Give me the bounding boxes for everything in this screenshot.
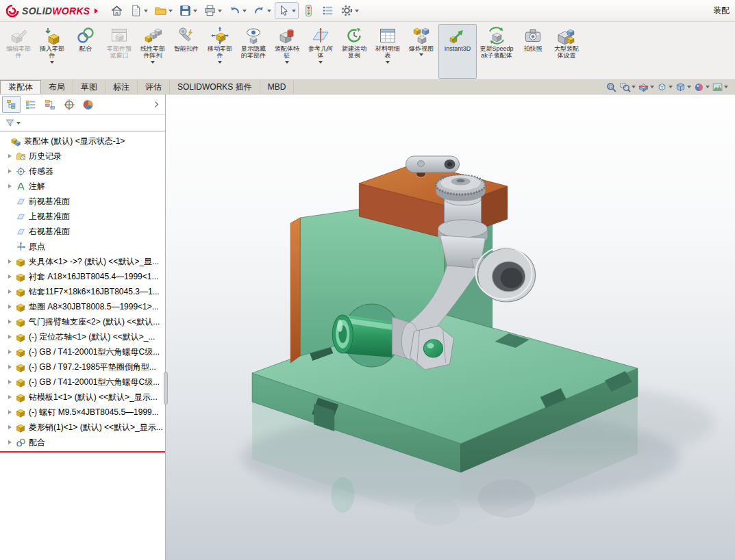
expand-arrow-icon[interactable] bbox=[8, 259, 16, 264]
tree-item[interactable]: (-) GB / T97.2-1985平垫圈倒角型... bbox=[0, 359, 165, 374]
expand-arrow-icon[interactable] bbox=[8, 305, 16, 309]
expand-arrow-icon[interactable] bbox=[8, 290, 16, 294]
expand-arrow-icon[interactable] bbox=[8, 380, 16, 384]
tree-item[interactable]: 右视基准面 bbox=[0, 224, 165, 239]
ribbon-button[interactable]: 参考几何体 bbox=[304, 24, 337, 79]
expand-arrow-icon[interactable] bbox=[8, 320, 16, 324]
dropdown-caret-icon[interactable] bbox=[169, 10, 173, 12]
dropdown-caret-icon[interactable] bbox=[151, 61, 155, 64]
ribbon-button[interactable]: 零部件预览窗口 bbox=[103, 24, 136, 79]
dropdown-caret-icon[interactable] bbox=[706, 86, 710, 88]
tree-item[interactable]: 上视基准面 bbox=[0, 209, 165, 224]
panel-tab[interactable] bbox=[60, 96, 78, 113]
expand-arrow-icon[interactable] bbox=[8, 275, 16, 279]
quick-access-button[interactable] bbox=[108, 2, 126, 19]
dropdown-caret-icon[interactable] bbox=[285, 61, 289, 64]
dropdown-caret-icon[interactable] bbox=[267, 10, 271, 12]
dropdown-caret-icon[interactable] bbox=[50, 61, 54, 64]
quick-access-button[interactable] bbox=[250, 2, 274, 19]
tree-filter-row[interactable] bbox=[0, 115, 165, 131]
ribbon-button[interactable]: 移动零部件 bbox=[203, 24, 236, 79]
command-tab[interactable]: MBD bbox=[260, 80, 295, 94]
view-toolbar-button[interactable] bbox=[638, 81, 654, 93]
quick-access-button[interactable] bbox=[176, 2, 200, 19]
brand-flyout-caret-icon[interactable] bbox=[95, 8, 98, 14]
tree-item[interactable]: 垫圈 A8×30JBT8008.5—1999<1>... bbox=[0, 299, 165, 314]
expand-arrow-icon[interactable] bbox=[8, 410, 16, 414]
view-toolbar-button[interactable] bbox=[693, 81, 710, 93]
dropdown-caret-icon[interactable] bbox=[632, 86, 636, 88]
command-tab[interactable]: 标注 bbox=[105, 80, 138, 94]
tree-item[interactable]: (-) GB / T41-20001型六角螺母C级... bbox=[0, 344, 165, 359]
quick-access-button[interactable] bbox=[275, 2, 299, 19]
tree-item[interactable]: 历史记录 bbox=[0, 149, 165, 164]
tree-item[interactable]: 衬套 A18×16JBT8045.4—1999<1... bbox=[0, 269, 165, 284]
tree-item[interactable]: (-) 螺钉 M9.5×4JBT8045.5—1999... bbox=[0, 405, 165, 420]
dropdown-caret-icon[interactable] bbox=[292, 10, 296, 12]
part-knurled-knob[interactable] bbox=[436, 175, 485, 201]
view-toolbar-button[interactable] bbox=[675, 81, 691, 93]
dropdown-caret-icon[interactable] bbox=[319, 61, 323, 64]
graphics-area[interactable] bbox=[166, 94, 735, 560]
expand-arrow-icon[interactable] bbox=[8, 395, 16, 399]
panel-tab[interactable] bbox=[2, 96, 21, 113]
part-green-bushing[interactable] bbox=[332, 315, 392, 357]
dropdown-caret-icon[interactable] bbox=[386, 61, 390, 64]
expand-arrow-icon[interactable] bbox=[8, 440, 16, 444]
ribbon-button[interactable]: 插入零部件 bbox=[36, 24, 68, 79]
expand-arrow-icon[interactable] bbox=[8, 169, 16, 173]
dropdown-caret-icon[interactable] bbox=[218, 61, 222, 64]
expand-arrow-icon[interactable] bbox=[8, 184, 16, 188]
quick-access-button[interactable] bbox=[225, 2, 249, 19]
tree-item[interactable]: 配合 bbox=[0, 435, 165, 450]
panel-expand-chevron[interactable] bbox=[149, 97, 163, 112]
ribbon-button[interactable]: 拍快照 bbox=[516, 24, 549, 79]
quick-access-button[interactable] bbox=[338, 2, 362, 19]
dropdown-caret-icon[interactable] bbox=[355, 10, 359, 12]
dropdown-caret-icon[interactable] bbox=[724, 86, 728, 88]
ribbon-button[interactable]: 爆炸视图 bbox=[405, 24, 438, 79]
tree-item[interactable]: (-) GB / T41-20001型六角螺母C级... bbox=[0, 374, 165, 390]
view-toolbar-button[interactable] bbox=[712, 81, 728, 93]
tree-item[interactable]: 传感器 bbox=[0, 164, 165, 179]
tree-item[interactable]: 装配体 (默认) <显示状态-1> bbox=[0, 133, 165, 149]
expand-arrow-icon[interactable] bbox=[8, 335, 16, 339]
ribbon-button[interactable]: 智能扣件 bbox=[170, 24, 203, 79]
expand-arrow-icon[interactable] bbox=[8, 425, 16, 429]
ribbon-button[interactable]: 更新Speedpak子装配体 bbox=[477, 24, 516, 79]
quick-access-button[interactable] bbox=[299, 2, 318, 19]
ribbon-button[interactable]: 装配体特征 bbox=[271, 24, 303, 79]
command-tab[interactable]: 装配体 bbox=[0, 80, 41, 94]
tree-item[interactable]: 气门摇臂轴支座<2> (默认) <<默认... bbox=[0, 314, 165, 329]
dropdown-caret-icon[interactable] bbox=[669, 86, 673, 88]
command-tab[interactable]: SOLIDWORKS 插件 bbox=[170, 80, 260, 94]
dropdown-caret-icon[interactable] bbox=[218, 10, 222, 12]
tree-item[interactable]: 夹具体<1> ->? (默认) <<默认>_显... bbox=[0, 254, 165, 269]
ribbon-button[interactable]: 新建运动算例 bbox=[338, 24, 371, 79]
viewport-3d-model[interactable] bbox=[166, 94, 735, 560]
view-toolbar-button[interactable] bbox=[656, 81, 673, 93]
quick-access-button[interactable] bbox=[319, 2, 337, 19]
ribbon-button[interactable]: 大型装配体设置 bbox=[550, 24, 583, 79]
expand-arrow-icon[interactable] bbox=[8, 154, 16, 158]
dropdown-caret-icon[interactable] bbox=[242, 10, 247, 12]
quick-access-button[interactable] bbox=[201, 2, 225, 19]
tree-item[interactable]: 原点 bbox=[0, 239, 165, 254]
ribbon-button[interactable]: 配合 bbox=[69, 24, 102, 79]
expand-arrow-icon[interactable] bbox=[8, 350, 16, 354]
tree-item[interactable]: 前视基准面 bbox=[0, 194, 165, 209]
ribbon-button[interactable]: 材料明细表 bbox=[371, 24, 404, 79]
view-toolbar-button[interactable] bbox=[619, 81, 636, 93]
dropdown-caret-icon[interactable] bbox=[16, 122, 21, 125]
tree-item[interactable]: (-) 定位芯轴<1> (默认) <<默认>_... bbox=[0, 329, 165, 344]
ribbon-button[interactable]: 编辑零部件 bbox=[2, 24, 35, 79]
ribbon-button[interactable]: Instant3D bbox=[438, 24, 477, 79]
dropdown-caret-icon[interactable] bbox=[193, 10, 197, 12]
dropdown-caret-icon[interactable] bbox=[687, 86, 691, 88]
panel-tab[interactable] bbox=[21, 96, 40, 113]
panel-tab[interactable] bbox=[40, 96, 59, 113]
dropdown-caret-icon[interactable] bbox=[144, 10, 148, 12]
dropdown-caret-icon[interactable] bbox=[650, 86, 654, 88]
panel-tab[interactable] bbox=[79, 96, 97, 113]
quick-access-button[interactable] bbox=[127, 2, 151, 19]
